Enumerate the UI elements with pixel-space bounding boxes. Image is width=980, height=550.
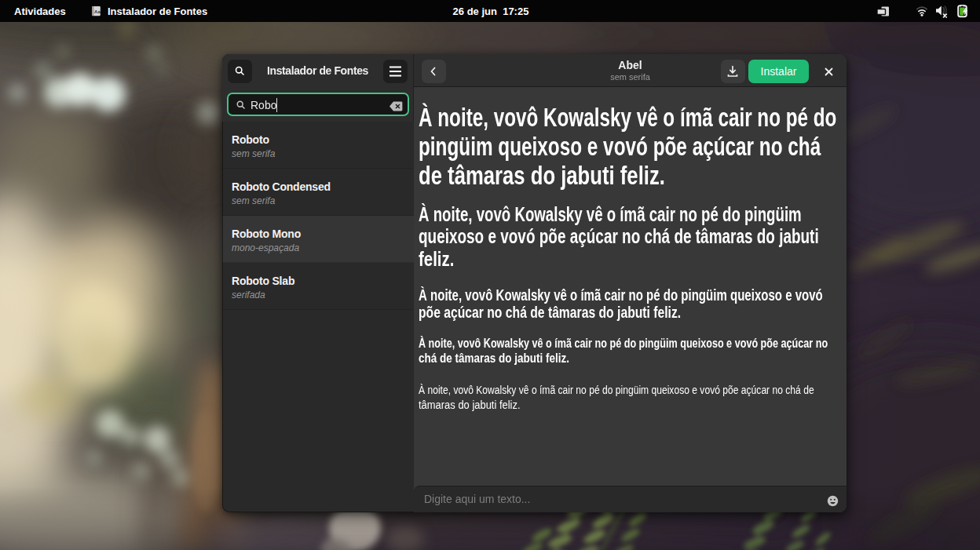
svg-text:Aa: Aa	[94, 9, 101, 14]
